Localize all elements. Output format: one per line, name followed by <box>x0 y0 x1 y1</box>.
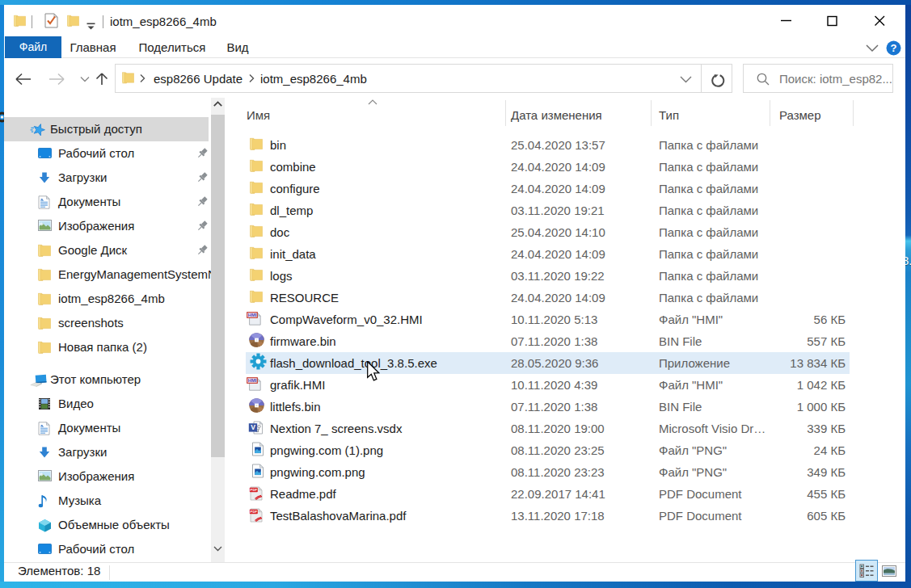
svg-text:PDF: PDF <box>251 510 258 514</box>
svg-text:PDF: PDF <box>251 488 258 492</box>
svg-text:HMI: HMI <box>248 313 257 317</box>
svg-text:?: ? <box>891 42 897 54</box>
svg-text:V: V <box>251 423 255 431</box>
svg-text:HMI: HMI <box>248 378 257 383</box>
